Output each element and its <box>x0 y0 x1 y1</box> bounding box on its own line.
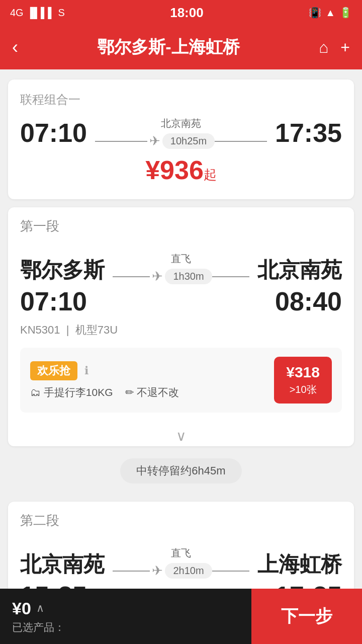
combo-card: 联程组合一 07:10 北京南苑 ✈ 10h25m 17:35 ¥936起 <box>8 79 354 199</box>
section1-label: 第一段 <box>8 207 354 240</box>
bottom-bar: ¥0 ∧ 已选产品： 下一步 <box>0 589 362 644</box>
s2-line-left <box>113 571 150 572</box>
section2-duration: 2h10m <box>165 563 212 579</box>
section1-arrow: 直飞 ✈ 1h30m <box>113 252 249 284</box>
combo-arrive-time: 17:35 <box>275 118 342 148</box>
plane-icon: ✈ <box>149 133 160 149</box>
ticket-feature-refund-1: ✏ 不退不改 <box>125 385 179 399</box>
combo-arrow-line: ✈ 10h25m <box>95 133 267 149</box>
bottom-selected: 已选产品： <box>12 620 239 634</box>
status-icons: 📳 ▲ 🔋 <box>309 7 352 19</box>
combo-duration: 10h25m <box>162 133 215 149</box>
section2-arrow-line: ✈ 2h10m <box>113 563 249 579</box>
ticket-count-1: >10张 <box>286 383 320 396</box>
combo-price: ¥936 <box>145 155 204 185</box>
section1-airports: 鄂尔多斯 直飞 ✈ 1h30m 北京南苑 <box>20 252 342 284</box>
next-button[interactable]: 下一步 <box>251 589 362 644</box>
signal-bars: ▐▌▌▌ <box>27 7 55 19</box>
section2-direct: 直飞 <box>171 546 191 560</box>
status-time: 18:00 <box>170 5 204 21</box>
combo-via: 北京南苑 <box>161 117 201 130</box>
expand-row-1: ∨ <box>8 423 354 446</box>
luggage-icon: 🗂 <box>30 386 41 398</box>
section2-arrow: 直飞 ✈ 2h10m <box>113 546 249 579</box>
section1-duration: 1h30m <box>165 269 212 284</box>
combo-route: 07:10 北京南苑 ✈ 10h25m 17:35 <box>20 117 342 149</box>
ticket-price-1: ¥318 <box>286 364 320 381</box>
section1-times: 07:10 08:40 <box>20 286 342 316</box>
ticket-type-1-left: 欢乐抢 ℹ 🗂 手提行李10KG ✏ 不退不改 <box>30 361 179 399</box>
nav-title: 鄂尔多斯-上海虹桥 <box>97 36 239 59</box>
bottom-left: ¥0 ∧ 已选产品： <box>0 589 251 644</box>
transfer-row: 中转停留约6h45m <box>8 454 354 494</box>
ticket-info-icon-1[interactable]: ℹ <box>84 364 88 377</box>
section1-depart: 07:10 <box>20 286 87 316</box>
section1-info: KN5301 | 机型73U <box>20 323 342 338</box>
home-icon[interactable]: ⌂ <box>319 38 328 57</box>
bottom-expand-icon[interactable]: ∧ <box>36 602 44 615</box>
status-signal: 4G ▐▌▌▌ S <box>10 7 65 19</box>
signal-text: 4G <box>10 7 24 19</box>
ticket-features-1: 🗂 手提行李10KG ✏ 不退不改 <box>30 385 179 399</box>
sim-icon: S <box>58 7 64 19</box>
s1-line-right <box>212 276 249 277</box>
vibrate-icon: 📳 <box>309 7 321 19</box>
section1-card: 第一段 鄂尔多斯 直飞 ✈ 1h30m 北京南苑 07:10 08:40 <box>8 207 354 446</box>
section1-arrive: 08:40 <box>275 286 342 316</box>
s1-line-left <box>113 276 150 277</box>
section1-arrow-line: ✈ 1h30m <box>113 269 249 284</box>
status-bar: 4G ▐▌▌▌ S 18:00 📳 ▲ 🔋 <box>0 0 362 25</box>
s2-plane-icon: ✈ <box>152 563 163 579</box>
expand-icon-1[interactable]: ∨ <box>176 428 187 444</box>
nav-bar: ‹ 鄂尔多斯-上海虹桥 ⌂ + <box>0 25 362 69</box>
section1-aircraft: 机型73U <box>75 324 118 336</box>
nav-actions: ⌂ + <box>319 38 350 57</box>
combo-depart-time: 07:10 <box>20 118 87 148</box>
section1-from: 鄂尔多斯 <box>20 256 105 284</box>
section2-label: 第二段 <box>8 502 354 534</box>
section2-to: 上海虹桥 <box>257 550 342 579</box>
s1-plane-icon: ✈ <box>152 269 163 284</box>
transfer-badge: 中转停留约6h45m <box>120 458 241 484</box>
section1-direct: 直飞 <box>171 252 191 266</box>
section1-detail: 鄂尔多斯 直飞 ✈ 1h30m 北京南苑 07:10 08:40 KN5301 <box>8 240 354 348</box>
section2-airports: 北京南苑 直飞 ✈ 2h10m 上海虹桥 <box>20 546 342 579</box>
section1-to: 北京南苑 <box>257 256 342 284</box>
add-icon[interactable]: + <box>340 38 350 57</box>
s2-line-right <box>212 571 249 572</box>
section2-from: 北京南苑 <box>20 550 105 579</box>
back-button[interactable]: ‹ <box>12 37 18 58</box>
combo-price-suffix: 起 <box>204 167 217 182</box>
battery-icon: 🔋 <box>339 7 352 19</box>
refund-icon: ✏ <box>125 386 134 398</box>
ticket-badge-1: 欢乐抢 <box>30 361 77 380</box>
ticket-type-1[interactable]: 欢乐抢 ℹ 🗂 手提行李10KG ✏ 不退不改 ¥318 >10张 <box>20 348 342 413</box>
line-right <box>215 141 267 142</box>
wifi-icon: ▲ <box>325 7 335 19</box>
ticket-feature-luggage-1: 🗂 手提行李10KG <box>30 385 113 399</box>
section1-flightno: KN5301 <box>20 324 60 336</box>
line-left <box>95 141 147 142</box>
main-content: 联程组合一 07:10 北京南苑 ✈ 10h25m 17:35 ¥936起 第一… <box>0 69 362 644</box>
ticket-price-btn-1[interactable]: ¥318 >10张 <box>274 357 332 404</box>
combo-label: 联程组合一 <box>20 92 342 108</box>
bottom-price: ¥0 <box>12 599 31 618</box>
combo-arrow: 北京南苑 ✈ 10h25m <box>95 117 267 149</box>
combo-price-row: ¥936起 <box>20 155 342 185</box>
bottom-price-row: ¥0 ∧ <box>12 599 239 618</box>
